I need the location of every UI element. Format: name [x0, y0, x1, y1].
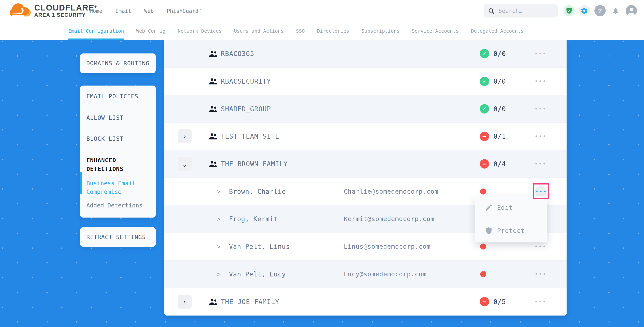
- annotation-highlight-box: [533, 183, 549, 199]
- member-name: Van Pelt, Lucy: [229, 270, 286, 278]
- more-options-button[interactable]: •••: [535, 106, 547, 112]
- sidebar-item-block-list[interactable]: BLOCK LIST: [80, 128, 156, 149]
- tab-subscriptions[interactable]: Subscriptions: [362, 22, 400, 40]
- app-background: CLOUDFLARE® AREA 1 SECURITY Home Email W…: [0, 0, 644, 327]
- group-icon: [208, 76, 219, 87]
- group-icon: [208, 296, 219, 307]
- more-options-button[interactable]: •••: [535, 299, 547, 305]
- sidebar-item-retract-settings[interactable]: RETRACT SETTINGS: [80, 227, 156, 247]
- nav-email[interactable]: Email: [116, 8, 131, 14]
- more-options-button[interactable]: •••: [535, 161, 547, 167]
- status-badge-blocked: −: [480, 159, 489, 169]
- expand-group-button[interactable]: ›: [178, 129, 192, 143]
- group-icon: [208, 103, 219, 114]
- domains-routing-label: DOMAINS & ROUTING: [86, 60, 150, 67]
- help-button[interactable]: ?: [594, 5, 606, 16]
- more-options-button[interactable]: •••: [535, 133, 547, 139]
- tab-web-config[interactable]: Web Config: [136, 22, 166, 40]
- tab-network-devices[interactable]: Network Devices: [178, 22, 222, 40]
- protection-status-icon[interactable]: [564, 5, 575, 16]
- brand-name: CLOUDFLARE®: [34, 2, 97, 12]
- sidebar-item-added-detections[interactable]: Added Detections: [86, 201, 150, 210]
- secondary-nav: Email Configuration Web Config Network D…: [0, 22, 644, 40]
- group-name: TEST TEAM SITE: [221, 132, 280, 140]
- table-row: > Van Pelt, Lucy Lucy@somedemocorp.com •…: [164, 261, 566, 288]
- protected-count: 0/0: [494, 105, 506, 113]
- tab-delegated-accounts[interactable]: Delegated Accounts: [471, 22, 524, 40]
- status-badge-blocked: −: [480, 297, 489, 307]
- more-options-button[interactable]: •••: [535, 271, 547, 277]
- user-icon: [626, 5, 637, 16]
- member-name: Frog, Kermit: [229, 215, 278, 223]
- menu-item-edit[interactable]: Edit: [475, 196, 547, 219]
- enhanced-detections-heading[interactable]: ENHANCED DETECTIONS: [86, 156, 150, 173]
- menu-item-protect[interactable]: Protect: [475, 219, 547, 242]
- table-row: RBACSECURITY ✓ 0/0 •••: [164, 68, 566, 95]
- search-icon: [488, 7, 494, 14]
- nav-web[interactable]: Web: [144, 8, 154, 14]
- question-icon: ?: [598, 7, 602, 14]
- member-arrow-icon[interactable]: >: [217, 188, 221, 195]
- collapse-group-button[interactable]: ⌄: [178, 157, 192, 171]
- more-options-button[interactable]: •••: [535, 244, 547, 249]
- nav-phishguard[interactable]: PhishGuard™: [167, 8, 202, 14]
- member-arrow-icon[interactable]: >: [217, 271, 221, 278]
- table-row: SHARED_GROUP ✓ 0/0 •••: [164, 95, 566, 123]
- protected-count: 0/5: [494, 298, 506, 306]
- check-icon: ✓: [483, 50, 486, 57]
- settings-gear-button[interactable]: [579, 5, 590, 16]
- tab-email-configuration[interactable]: Email Configuration: [68, 22, 124, 40]
- bell-icon: [612, 7, 619, 14]
- check-icon: ✓: [483, 78, 486, 84]
- tab-sso[interactable]: SSO: [296, 22, 305, 40]
- member-email: Kermit@somedemocorp.com: [344, 215, 434, 223]
- protected-count: 0/4: [494, 160, 506, 168]
- minus-icon: −: [482, 160, 486, 168]
- table-row: RBACO365 ✓ 0/0 •••: [164, 40, 566, 68]
- tab-directories[interactable]: Directories: [317, 22, 349, 40]
- pencil-icon: [485, 204, 493, 212]
- tab-users-and-actions[interactable]: Users and Actions: [234, 22, 284, 40]
- cloudflare-cloud-icon: [10, 1, 33, 19]
- chevron-right-icon: ›: [183, 298, 186, 306]
- member-name: Van Pelt, Linus: [229, 243, 290, 250]
- primary-nav: Home Email Web PhishGuard™: [90, 0, 202, 22]
- search-bar[interactable]: [484, 4, 558, 17]
- nav-home[interactable]: Home: [90, 8, 102, 14]
- table-row: ⌄ THE BROWN FAMILY − 0/4 •••: [164, 150, 566, 178]
- gear-icon: [580, 7, 588, 14]
- group-icon: [208, 158, 219, 170]
- minus-icon: −: [482, 298, 486, 306]
- sidebar-section-enhanced-detections: ENHANCED DETECTIONS Business Email Compr…: [80, 149, 156, 210]
- status-badge-ok: ✓: [480, 104, 489, 113]
- expand-group-button[interactable]: ›: [178, 295, 192, 309]
- shield-check-icon: [566, 7, 573, 14]
- minus-icon: −: [482, 132, 486, 140]
- group-name: RBACO365: [221, 50, 254, 57]
- groups-table: RBACO365 ✓ 0/0 ••• RBACSECURITY ✓ 0/0 ••…: [164, 40, 566, 316]
- retract-settings-label: RETRACT SETTINGS: [86, 234, 146, 241]
- active-item-indicator: [80, 172, 82, 194]
- cloudflare-logo[interactable]: CLOUDFLARE® AREA 1 SECURITY: [10, 1, 97, 19]
- sidebar-item-allow-list[interactable]: ALLOW LIST: [80, 107, 156, 128]
- status-dot-unprotected: [480, 271, 486, 277]
- protected-count: 0/0: [494, 77, 506, 85]
- account-avatar-button[interactable]: [626, 5, 637, 16]
- sidebar-item-domains-routing[interactable]: DOMAINS & ROUTING: [80, 53, 156, 73]
- search-input[interactable]: [498, 7, 553, 14]
- tab-service-accounts[interactable]: Service Accounts: [412, 22, 459, 40]
- more-options-button[interactable]: •••: [535, 51, 547, 56]
- more-options-button[interactable]: •••: [535, 78, 547, 84]
- sidebar-item-business-email-compromise[interactable]: Business Email Compromise: [86, 179, 150, 196]
- notifications-button[interactable]: [610, 5, 621, 16]
- member-arrow-icon[interactable]: >: [217, 216, 221, 222]
- member-arrow-icon[interactable]: >: [217, 243, 221, 250]
- group-name: SHARED_GROUP: [221, 105, 271, 113]
- group-name: THE JOE FAMILY: [221, 298, 280, 306]
- top-header: CLOUDFLARE® AREA 1 SECURITY Home Email W…: [0, 0, 644, 22]
- status-badge-blocked: −: [480, 132, 489, 141]
- sidebar-item-email-policies[interactable]: EMAIL POLICIES: [80, 85, 156, 107]
- protected-count: 0/1: [494, 132, 506, 140]
- brand-subtitle: AREA 1 SECURITY: [34, 12, 97, 18]
- member-email: Charlie@somedemocorp.com: [344, 188, 438, 195]
